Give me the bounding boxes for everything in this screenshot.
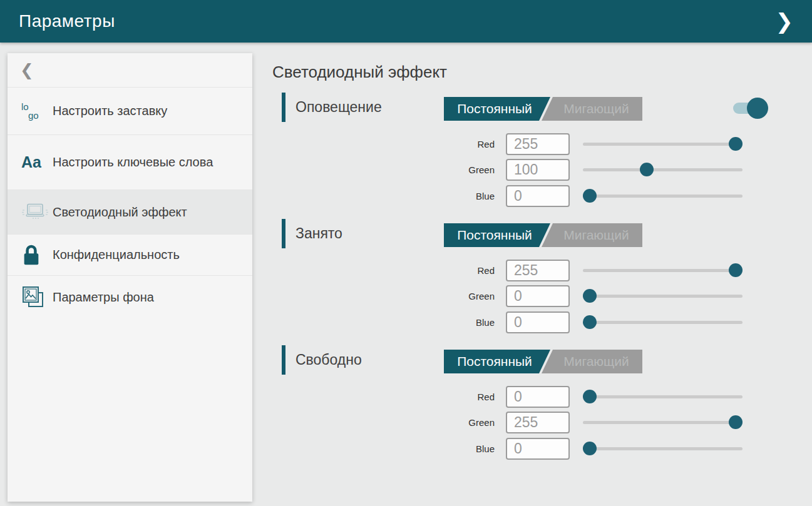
- channel-row-green: Green: [272, 412, 773, 433]
- section-title: Занято: [296, 219, 342, 248]
- mode-blink-button[interactable]: Мигающий: [542, 350, 642, 373]
- red-label: Red: [272, 386, 495, 408]
- section-free: Свободно Постоянный Мигающий Red Green: [272, 345, 773, 433]
- mode-blink-button[interactable]: Мигающий: [542, 97, 642, 121]
- slider-track: [583, 195, 743, 198]
- red-slider[interactable]: [583, 143, 743, 146]
- green-label: Green: [272, 285, 495, 307]
- mode-solid-button[interactable]: Постоянный: [444, 350, 550, 373]
- green-slider[interactable]: [583, 168, 743, 171]
- mode-solid-label: Постоянный: [457, 228, 532, 243]
- mode-solid-label: Постоянный: [457, 354, 532, 369]
- mode-blink-button[interactable]: Мигающий: [542, 223, 642, 247]
- mode-segmented-control: Постоянный Мигающий: [444, 223, 642, 247]
- mode-solid-button[interactable]: Постоянный: [444, 223, 550, 247]
- slider-thumb[interactable]: [583, 189, 597, 203]
- settings-window: Параметры ❯ ❮ logo Настроить заставку Aa…: [0, 0, 812, 506]
- background-images-icon: [21, 285, 53, 309]
- content-title: Светодиодный эффект: [272, 63, 447, 82]
- keywords-icon: Aa: [21, 153, 53, 171]
- blue-value-input[interactable]: [506, 438, 570, 460]
- channel-row-red: Red: [272, 386, 773, 408]
- blue-slider[interactable]: [583, 321, 743, 324]
- toggle-knob: [747, 98, 768, 119]
- channel-row-blue: Blue: [272, 185, 773, 207]
- slider-thumb[interactable]: [729, 415, 743, 429]
- slider-thumb[interactable]: [729, 263, 743, 277]
- section-alert: Оповещение Постоянный Мигающий Red Green: [272, 93, 773, 180]
- lock-icon: [21, 244, 53, 266]
- green-label: Green: [272, 159, 495, 181]
- section-title: Оповещение: [296, 93, 382, 122]
- sidebar-item-label: Конфиденциальность: [53, 246, 192, 263]
- channel-row-blue: Blue: [272, 311, 773, 333]
- blue-slider[interactable]: [583, 195, 743, 198]
- channel-row-red: Red: [272, 260, 773, 281]
- slider-track: [583, 447, 743, 450]
- blue-value-input[interactable]: [506, 185, 570, 207]
- green-slider[interactable]: [583, 295, 743, 298]
- sidebar-item-privacy[interactable]: Конфиденциальность: [8, 234, 252, 275]
- alert-enabled-toggle[interactable]: [733, 98, 768, 119]
- green-value-input[interactable]: [506, 285, 570, 307]
- slider-track: [583, 295, 743, 298]
- channel-row-red: Red: [272, 133, 773, 155]
- mode-segmented-control: Постоянный Мигающий: [444, 97, 642, 121]
- slider-thumb[interactable]: [583, 442, 597, 455]
- mode-solid-button[interactable]: Постоянный: [444, 97, 550, 121]
- logo-icon: logo: [21, 103, 53, 120]
- title-bar: Параметры ❯: [0, 0, 812, 43]
- sidebar-item-led-effect[interactable]: Светодиодный эффект: [8, 190, 252, 234]
- slider-track: [583, 143, 743, 146]
- slider-track: [583, 395, 743, 398]
- mode-blink-label: Мигающий: [563, 354, 629, 369]
- red-label: Red: [272, 133, 495, 155]
- blue-slider[interactable]: [583, 447, 743, 450]
- red-value-input[interactable]: [506, 133, 570, 155]
- slider-thumb[interactable]: [583, 390, 597, 403]
- sidebar-item-keywords[interactable]: Aa Настроить ключевые слова: [8, 134, 252, 190]
- mode-blink-label: Мигающий: [563, 101, 629, 116]
- mode-blink-label: Мигающий: [563, 228, 629, 243]
- blue-label: Blue: [272, 438, 495, 460]
- channel-row-blue: Blue: [272, 438, 773, 460]
- red-slider[interactable]: [583, 395, 743, 398]
- led-screen-icon: [21, 203, 53, 221]
- slider-thumb[interactable]: [583, 315, 597, 329]
- channel-row-green: Green: [272, 285, 773, 307]
- green-slider[interactable]: [583, 421, 743, 424]
- green-value-input[interactable]: [506, 412, 570, 433]
- slider-thumb[interactable]: [729, 137, 743, 151]
- sidebar-item-label: Светодиодный эффект: [53, 204, 200, 221]
- settings-sidebar: ❮ logo Настроить заставку Aa Настроить к…: [8, 53, 252, 502]
- red-value-input[interactable]: [506, 386, 570, 408]
- blue-value-input[interactable]: [506, 311, 570, 333]
- green-value-input[interactable]: [506, 159, 570, 181]
- logo-icon-line1: lo: [21, 101, 29, 112]
- channel-row-green: Green: [272, 159, 773, 181]
- green-label: Green: [272, 412, 495, 433]
- slider-track: [583, 321, 743, 324]
- slider-thumb[interactable]: [640, 163, 654, 176]
- back-chevron-icon[interactable]: ❮: [8, 53, 252, 87]
- sidebar-item-screensaver[interactable]: logo Настроить заставку: [8, 87, 252, 134]
- sidebar-item-label: Настроить заставку: [53, 103, 180, 119]
- keywords-icon-text: Aa: [21, 153, 41, 171]
- sidebar-item-label: Параметры фона: [53, 289, 167, 306]
- section-busy: Занято Постоянный Мигающий Red Green: [272, 219, 773, 306]
- section-title: Свободно: [296, 345, 362, 375]
- sidebar-item-background[interactable]: Параметры фона: [8, 275, 252, 318]
- section-accent-bar: [282, 93, 285, 122]
- red-label: Red: [272, 260, 495, 281]
- slider-thumb[interactable]: [583, 289, 597, 303]
- slider-track: [583, 421, 743, 424]
- slider-track: [583, 168, 743, 171]
- logo-icon-line2: go: [21, 111, 39, 120]
- forward-chevron-icon[interactable]: ❯: [771, 0, 799, 43]
- red-slider[interactable]: [583, 269, 743, 272]
- red-value-input[interactable]: [506, 260, 570, 281]
- section-accent-bar: [282, 219, 285, 248]
- page-title: Параметры: [19, 11, 115, 31]
- sidebar-item-label: Настроить ключевые слова: [53, 154, 225, 171]
- blue-label: Blue: [272, 185, 495, 207]
